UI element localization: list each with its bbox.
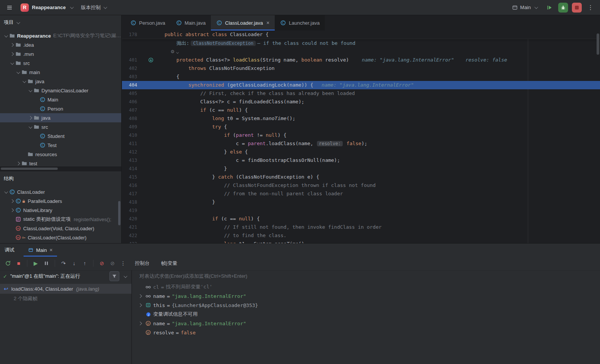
variable-row-name[interactable]: pname = "java.lang.InternalError" bbox=[132, 319, 600, 328]
project-tree-item-Main[interactable]: CMain bbox=[0, 95, 121, 104]
code-line-409[interactable]: 409 try { bbox=[122, 123, 600, 131]
debug-view-tab-0[interactable]: 控制台 bbox=[130, 256, 154, 270]
editor-scrollbar[interactable] bbox=[597, 33, 599, 55]
project-tree-item-resources[interactable]: resources bbox=[0, 150, 121, 159]
project-tree-item-Student[interactable]: CStudent bbox=[0, 131, 121, 141]
gutter[interactable] bbox=[137, 156, 165, 165]
chevron-placeholder[interactable] bbox=[21, 151, 27, 157]
chevron-right-icon[interactable] bbox=[9, 42, 15, 48]
sticky-code-line-178[interactable]: 178public abstract class ClassLoader { bbox=[122, 30, 600, 39]
project-widget[interactable]: R Reappearance bbox=[21, 3, 75, 12]
debug-panel-title[interactable]: 调试 bbox=[0, 247, 19, 253]
gutter[interactable] bbox=[137, 56, 165, 64]
code-line-414[interactable]: 414 } bbox=[122, 165, 600, 173]
step-out-icon[interactable]: ↑ bbox=[80, 258, 90, 268]
code-line-403[interactable]: 403 { bbox=[122, 73, 600, 81]
chevron-down-icon[interactable] bbox=[15, 69, 21, 75]
overridden-method-icon[interactable] bbox=[148, 57, 154, 63]
project-tree-item-java[interactable]: java bbox=[0, 113, 121, 122]
project-tree-item-Test[interactable]: CTest bbox=[0, 141, 121, 150]
gutter[interactable] bbox=[137, 30, 165, 39]
doc-exception-chip[interactable]: ClassNotFoundException bbox=[191, 41, 256, 46]
code-editor[interactable]: 178public abstract class ClassLoader { 抛… bbox=[122, 30, 600, 243]
chevron-down-icon[interactable] bbox=[27, 87, 33, 93]
line-number[interactable]: 421 bbox=[122, 223, 137, 231]
line-number[interactable]: 178 bbox=[122, 30, 137, 39]
debug-button[interactable] bbox=[558, 3, 568, 13]
line-number[interactable]: 415 bbox=[122, 173, 137, 181]
line-number[interactable]: 411 bbox=[122, 139, 137, 148]
code-line-405[interactable]: 405 // First, check if the class has alr… bbox=[122, 89, 600, 98]
gutter[interactable] bbox=[137, 190, 165, 198]
line-number[interactable]: 418 bbox=[122, 198, 137, 206]
gutter[interactable] bbox=[137, 206, 165, 215]
line-number[interactable]: 423 bbox=[122, 240, 137, 243]
run-config-selector[interactable]: Main bbox=[510, 5, 541, 11]
gutter[interactable] bbox=[137, 231, 165, 240]
project-tree-item-java[interactable]: java bbox=[0, 77, 121, 86]
chevron-right-icon[interactable] bbox=[15, 160, 21, 166]
gutter[interactable] bbox=[137, 148, 165, 156]
code-line-420[interactable]: 420 if (c == null) { bbox=[122, 215, 600, 223]
gutter[interactable] bbox=[137, 73, 165, 81]
chevron-right-icon[interactable] bbox=[9, 51, 15, 57]
breakpoint-tracing-icon[interactable]: ⊘ bbox=[108, 258, 117, 268]
close-icon[interactable]: × bbox=[49, 247, 52, 253]
line-number[interactable]: 420 bbox=[122, 215, 137, 223]
code-line-412[interactable]: 412 } else { bbox=[122, 148, 600, 156]
code-line-407[interactable]: 407 if (c == null) { bbox=[122, 106, 600, 114]
line-number[interactable]: 405 bbox=[122, 89, 137, 98]
frame-row[interactable]: ↩loadClass:404, ClassLoader(java.lang) bbox=[0, 284, 131, 294]
evaluate-expression-input[interactable]: 对表达式求值(Enter)或添加监视(Ctrl+Shift+Enter) bbox=[132, 270, 600, 282]
chevron-placeholder[interactable] bbox=[9, 225, 15, 231]
code-line-408[interactable]: 408 long t0 = System.nanoTime(); bbox=[122, 114, 600, 123]
gutter[interactable] bbox=[137, 198, 165, 206]
execution-line-404[interactable]: 404 synchronized (getClassLoadingLock(na… bbox=[122, 81, 600, 89]
gutter[interactable] bbox=[137, 215, 165, 223]
variable-row-cl[interactable]: cl = 找不到局部变量'cl' bbox=[132, 282, 600, 291]
variable-info-row[interactable]: i变量调试信息不可用 bbox=[132, 310, 600, 319]
project-tree-item-main[interactable]: main bbox=[0, 68, 121, 77]
pause-icon[interactable] bbox=[41, 258, 51, 268]
chevron-down-icon[interactable] bbox=[176, 50, 180, 54]
line-number[interactable]: 410 bbox=[122, 131, 137, 139]
project-tree-item-src[interactable]: src bbox=[0, 122, 121, 131]
code-line-416[interactable]: 416 // ClassNotFoundException thrown if … bbox=[122, 181, 600, 190]
project-tree-item-Person[interactable]: CPerson bbox=[0, 104, 121, 113]
gutter[interactable] bbox=[137, 114, 165, 123]
variable-row-resolve[interactable]: presolve = false bbox=[132, 328, 600, 337]
chevron-down-icon[interactable] bbox=[21, 78, 27, 84]
more-options-icon[interactable]: ⋮ bbox=[586, 3, 595, 13]
code-line-410[interactable]: 410 if (parent != null) { bbox=[122, 131, 600, 139]
chevron-placeholder[interactable] bbox=[9, 234, 15, 241]
project-tree-item-src[interactable]: src bbox=[0, 59, 121, 68]
code-line-422[interactable]: 422 // to find the class. bbox=[122, 231, 600, 240]
code-line-415[interactable]: 415 } catch (ClassNotFoundException e) { bbox=[122, 173, 600, 181]
chevron-placeholder[interactable] bbox=[9, 216, 15, 222]
structure-item-ClassLoader(Void, ClassLoader)[interactable]: mClassLoader(Void, ClassLoader) bbox=[0, 224, 121, 233]
gutter[interactable] bbox=[137, 123, 165, 131]
line-number[interactable]: 409 bbox=[122, 123, 137, 131]
gutter[interactable] bbox=[137, 165, 165, 173]
vertical-scrollbar[interactable] bbox=[118, 201, 120, 225]
structure-item-ClassLoader(ClassLoader)[interactable]: mClassLoader(ClassLoader) bbox=[0, 233, 121, 242]
tab-Main.java[interactable]: CMain.java bbox=[171, 15, 211, 30]
structure-item-ClassLoader[interactable]: CClassLoader bbox=[0, 187, 121, 196]
stop-button[interactable] bbox=[572, 3, 582, 13]
line-number[interactable]: 412 bbox=[122, 148, 137, 156]
debug-view-tab-1[interactable]: 帧|变量 bbox=[157, 256, 182, 270]
filter-frames-button[interactable] bbox=[109, 271, 119, 281]
chevron-down-icon[interactable] bbox=[27, 124, 33, 130]
line-number[interactable]: 413 bbox=[122, 156, 137, 165]
tab-Launcher.java[interactable]: CLauncher.java bbox=[275, 15, 325, 30]
step-into-icon[interactable]: ↓ bbox=[69, 258, 79, 268]
project-tree-item-.idea[interactable]: .idea bbox=[0, 40, 121, 49]
line-number[interactable]: 417 bbox=[122, 190, 137, 198]
chevron-down-icon[interactable] bbox=[122, 273, 128, 279]
gutter[interactable] bbox=[137, 81, 165, 89]
gutter[interactable] bbox=[137, 64, 165, 73]
gutter[interactable] bbox=[137, 181, 165, 190]
structure-item-ParallelLoaders[interactable]: CParallelLoaders bbox=[0, 196, 121, 206]
code-line-413[interactable]: 413 c = findBootstrapClassOrNull(name); bbox=[122, 156, 600, 165]
chevron-right-icon[interactable] bbox=[137, 293, 143, 299]
